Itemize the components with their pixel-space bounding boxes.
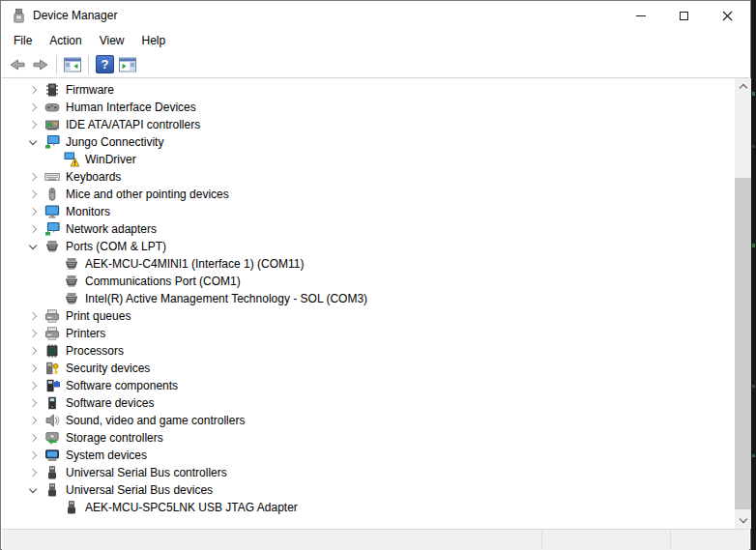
expand-toggle[interactable] bbox=[25, 203, 44, 220]
expand-toggle[interactable] bbox=[25, 133, 44, 151]
tree-item-label[interactable]: System devices bbox=[66, 447, 147, 464]
tree-item-software-devices[interactable]: Software devices bbox=[2, 394, 735, 412]
tree-item-ide-ata-atapi-controllers[interactable]: IDE ATA/ATAPI controllers bbox=[2, 116, 735, 133]
tree-item-processors[interactable]: Processors bbox=[2, 342, 735, 360]
expand-toggle[interactable] bbox=[25, 325, 44, 342]
forward-button[interactable] bbox=[29, 53, 52, 76]
tree-item-communications-port-com1[interactable]: Communications Port (COM1) bbox=[2, 273, 735, 290]
tree-item-label[interactable]: Printers bbox=[66, 325, 105, 342]
tree-item-label[interactable]: Communications Port (COM1) bbox=[85, 273, 241, 290]
tree-indent bbox=[2, 107, 25, 108]
tree-item-label[interactable]: Universal Serial Bus controllers bbox=[66, 464, 227, 481]
expand-toggle[interactable] bbox=[25, 186, 44, 203]
scroll-down-button[interactable] bbox=[735, 512, 751, 529]
expand-toggle[interactable] bbox=[25, 99, 44, 116]
tree-item-aek-mcu-spc5lnk-usb-jtag-adapter[interactable]: AEK-MCU-SPC5LNK USB JTAG Adapter bbox=[2, 499, 735, 516]
tree-item-label[interactable]: WinDriver bbox=[85, 151, 136, 168]
tree-item-aek-mcu-c4mini1-interface-1-com11[interactable]: AEK-MCU-C4MINI1 (Interface 1) (COM11) bbox=[2, 255, 735, 273]
scrollbar-thumb[interactable] bbox=[735, 178, 751, 509]
expand-toggle[interactable] bbox=[25, 429, 44, 447]
tree-item-label[interactable]: Network adapters bbox=[66, 220, 157, 238]
menu-item-help[interactable]: Help bbox=[133, 30, 175, 51]
minimize-button[interactable] bbox=[619, 2, 662, 30]
tree-item-security-devices[interactable]: Security devices bbox=[2, 360, 735, 377]
tree-item-intel-r-active-management-technology-sol-com3[interactable]: Intel(R) Active Management Technology - … bbox=[2, 290, 735, 307]
maximize-button[interactable] bbox=[662, 2, 706, 30]
close-button[interactable] bbox=[706, 2, 749, 30]
properties-button[interactable] bbox=[116, 53, 139, 76]
tree-item-label[interactable]: Ports (COM & LPT) bbox=[66, 238, 166, 255]
expand-toggle[interactable] bbox=[25, 412, 44, 429]
back-button[interactable] bbox=[6, 53, 29, 76]
help-button[interactable]: ? bbox=[93, 53, 116, 76]
speaker-icon bbox=[44, 413, 60, 428]
tree-item-monitors[interactable]: Monitors bbox=[2, 203, 735, 220]
expand-toggle[interactable] bbox=[25, 394, 44, 412]
tree-item-system-devices[interactable]: System devices bbox=[2, 447, 735, 464]
tree-item-windriver[interactable]: WinDriver bbox=[2, 151, 735, 168]
chevron-collapsed-icon bbox=[29, 103, 37, 111]
tree-item-mice-and-other-pointing-devices[interactable]: Mice and other pointing devices bbox=[2, 186, 735, 203]
menu-item-view[interactable]: View bbox=[91, 30, 133, 51]
tree-item-label[interactable]: Security devices bbox=[66, 360, 150, 377]
help-icon: ? bbox=[96, 55, 114, 73]
tree-item-label[interactable]: Jungo Connectivity bbox=[66, 133, 163, 151]
tree-item-software-components[interactable]: Software components bbox=[2, 377, 735, 394]
tree-item-label[interactable]: Sound, video and game controllers bbox=[66, 412, 245, 429]
tree-item-print-queues[interactable]: Print queues bbox=[2, 307, 735, 325]
tree-indent bbox=[2, 368, 25, 369]
expand-toggle[interactable] bbox=[25, 116, 44, 133]
tree-item-sound-video-and-game-controllers[interactable]: Sound, video and game controllers bbox=[2, 412, 735, 429]
tree-indent bbox=[2, 212, 25, 213]
tree-indent bbox=[2, 316, 25, 317]
tree-item-label[interactable]: Human Interface Devices bbox=[66, 99, 196, 116]
tree-item-storage-controllers[interactable]: Storage controllers bbox=[2, 429, 735, 447]
software-device-icon bbox=[44, 395, 60, 411]
chevron-collapsed-icon bbox=[29, 208, 37, 216]
tree-item-label[interactable]: Intel(R) Active Management Technology - … bbox=[85, 290, 367, 307]
tree-item-label[interactable]: Storage controllers bbox=[66, 429, 163, 447]
expand-toggle[interactable] bbox=[25, 168, 44, 186]
tree-item-label[interactable]: AEK-MCU-C4MINI1 (Interface 1) (COM11) bbox=[85, 255, 304, 273]
tree-item-label[interactable]: Firmware bbox=[66, 81, 114, 99]
tree-item-jungo-connectivity[interactable]: Jungo Connectivity bbox=[2, 133, 735, 151]
tree-item-label[interactable]: Universal Serial Bus devices bbox=[66, 481, 213, 499]
tree-indent bbox=[2, 194, 25, 195]
tree-indent bbox=[2, 473, 25, 474]
tree-item-ports-com-lpt[interactable]: Ports (COM & LPT) bbox=[2, 238, 735, 255]
tree-item-label[interactable]: IDE ATA/ATAPI controllers bbox=[66, 116, 200, 133]
expand-toggle[interactable] bbox=[25, 238, 44, 255]
expand-toggle[interactable] bbox=[25, 220, 44, 238]
expand-toggle[interactable] bbox=[25, 377, 44, 394]
chevron-collapsed-icon bbox=[29, 173, 37, 181]
tree-item-network-adapters[interactable]: Network adapters bbox=[2, 220, 735, 238]
tree-item-label[interactable]: Keyboards bbox=[66, 168, 121, 186]
tree-indent bbox=[2, 264, 44, 265]
expand-toggle[interactable] bbox=[25, 447, 44, 464]
expand-toggle[interactable] bbox=[25, 307, 44, 325]
tree-item-label[interactable]: Processors bbox=[66, 342, 124, 360]
scroll-up-button[interactable] bbox=[735, 78, 751, 95]
expand-toggle[interactable] bbox=[25, 464, 44, 481]
expand-toggle[interactable] bbox=[25, 342, 44, 360]
expand-toggle[interactable] bbox=[25, 481, 44, 499]
show-console-tree-button[interactable] bbox=[61, 53, 84, 76]
tree-item-label[interactable]: Monitors bbox=[66, 203, 110, 220]
tree-item-label[interactable]: AEK-MCU-SPC5LNK USB JTAG Adapter bbox=[85, 499, 298, 516]
tree-item-label[interactable]: Print queues bbox=[66, 307, 131, 325]
tree-item-universal-serial-bus-devices[interactable]: Universal Serial Bus devices bbox=[2, 481, 735, 499]
expand-toggle[interactable] bbox=[25, 360, 44, 377]
vertical-scrollbar[interactable] bbox=[735, 78, 751, 529]
menu-item-action[interactable]: Action bbox=[41, 30, 90, 51]
tree-item-universal-serial-bus-controllers[interactable]: Universal Serial Bus controllers bbox=[2, 464, 735, 481]
tree-item-keyboards[interactable]: Keyboards bbox=[2, 168, 735, 186]
title-bar[interactable]: Device Manager bbox=[2, 2, 749, 30]
tree-item-label[interactable]: Mice and other pointing devices bbox=[66, 186, 229, 203]
expand-toggle[interactable] bbox=[25, 81, 44, 99]
tree-item-label[interactable]: Software components bbox=[66, 377, 178, 394]
tree-item-label[interactable]: Software devices bbox=[66, 394, 154, 412]
tree-item-human-interface-devices[interactable]: Human Interface Devices bbox=[2, 99, 735, 116]
tree-item-firmware[interactable]: Firmware bbox=[2, 81, 735, 99]
tree-item-printers[interactable]: Printers bbox=[2, 325, 735, 342]
menu-item-file[interactable]: File bbox=[5, 30, 41, 51]
